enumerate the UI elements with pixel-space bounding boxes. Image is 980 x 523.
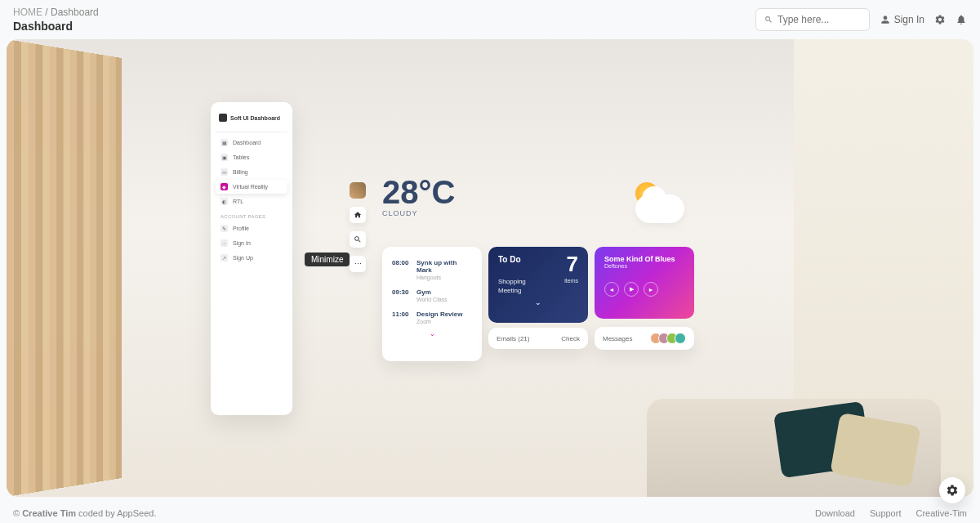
- sidebar-item-dashboard[interactable]: ▦Dashboard: [216, 136, 287, 150]
- weather-illustration: [619, 182, 684, 223]
- todo-count: 7: [567, 252, 578, 277]
- breadcrumb: HOME / Dashboard: [13, 7, 755, 18]
- ellipsis-icon: ⋯: [354, 260, 362, 268]
- footer-brand[interactable]: Creative Tim: [22, 508, 76, 518]
- app-sidebar: Soft UI Dashboard ▦Dashboard ▣Tables ▭Bi…: [211, 102, 292, 415]
- sidebar-item-rtl[interactable]: ◐RTL: [216, 194, 287, 208]
- home-button[interactable]: [350, 207, 366, 223]
- cloud-icon: [635, 194, 684, 223]
- sidebar-item-billing[interactable]: ▭Billing: [216, 165, 287, 179]
- billing-icon: ▭: [220, 168, 228, 176]
- search-input[interactable]: [777, 14, 861, 25]
- settings-fab[interactable]: [939, 477, 965, 503]
- search-icon: [764, 15, 773, 25]
- search-icon: [354, 235, 362, 244]
- messages-card[interactable]: Messages: [595, 327, 694, 350]
- avatar[interactable]: [675, 333, 686, 344]
- sidebar-item-signin[interactable]: →Sign In: [216, 236, 287, 250]
- weather-widget: 28°C CLOUDY: [382, 174, 455, 217]
- tables-icon: ▣: [220, 154, 228, 161]
- footer-link-creative-tim[interactable]: Creative-Tim: [915, 508, 967, 518]
- sidebar-item-virtual-reality[interactable]: ◆Virtual Reality: [216, 180, 287, 194]
- app-logo: [219, 114, 227, 122]
- section-label: ACCOUNT PAGES: [216, 209, 287, 221]
- sidebar-item-tables[interactable]: ▣Tables: [216, 150, 287, 164]
- chevron-down-icon[interactable]: ⌄: [498, 298, 578, 306]
- hero-background: Soft UI Dashboard ▦Dashboard ▣Tables ▭Bi…: [7, 39, 973, 497]
- avatar-group: [653, 333, 686, 344]
- music-card: Some Kind Of Blues Deftones ◄ ▶ ►: [595, 247, 694, 319]
- schedule-card: 08:00 Synk up with MarkHangouts 09:30 Gy…: [382, 247, 482, 361]
- schedule-item[interactable]: 08:00 Synk up with MarkHangouts: [392, 255, 472, 284]
- play-button[interactable]: ▶: [624, 282, 639, 297]
- next-button[interactable]: ►: [644, 282, 658, 297]
- sidebar-item-signup[interactable]: ↗Sign Up: [216, 251, 287, 265]
- search-button[interactable]: [350, 231, 366, 248]
- footer-link-support[interactable]: Support: [870, 508, 902, 518]
- signin-link[interactable]: Sign In: [880, 14, 924, 25]
- minimize-button[interactable]: ⋯: [350, 256, 366, 272]
- search-box[interactable]: [755, 8, 870, 31]
- footer-link-download[interactable]: Download: [815, 508, 855, 518]
- footer: © Creative Tim coded by AppSeed. Downloa…: [0, 503, 980, 523]
- prev-button[interactable]: ◄: [604, 282, 619, 297]
- temperature: 28°C: [382, 174, 455, 211]
- todo-card[interactable]: To Do 7 items Shopping Meeting ⌄: [488, 247, 588, 323]
- home-icon: [354, 211, 362, 219]
- schedule-item[interactable]: 09:30 GymWorld Class: [392, 284, 472, 306]
- rtl-icon: ◐: [220, 198, 228, 205]
- dashboard-icon: ▦: [220, 139, 228, 146]
- signup-icon: ↗: [220, 254, 228, 262]
- chevron-down-icon[interactable]: ⌄: [392, 330, 472, 337]
- sidebar-item-profile[interactable]: ✎Profile: [216, 221, 287, 235]
- user-icon: [880, 14, 891, 25]
- breadcrumb-home[interactable]: HOME: [13, 7, 42, 18]
- vr-icon: ◆: [220, 183, 228, 190]
- avatar[interactable]: [350, 182, 366, 199]
- profile-icon: ✎: [220, 225, 228, 232]
- signin-icon: →: [220, 239, 228, 247]
- breadcrumb-current: Dashboard: [51, 7, 99, 18]
- bell-icon[interactable]: [956, 14, 967, 25]
- gear-icon: [946, 484, 959, 497]
- topbar: HOME / Dashboard Dashboard Sign In: [0, 0, 980, 39]
- page-title: Dashboard: [13, 20, 755, 33]
- schedule-item[interactable]: 11:00 Design ReviewZoom: [392, 306, 472, 329]
- minimize-tooltip: Minimize: [305, 253, 350, 266]
- app-title: Soft UI Dashboard: [230, 115, 280, 121]
- check-link[interactable]: Check: [561, 335, 580, 342]
- gear-icon[interactable]: [934, 14, 946, 25]
- emails-card[interactable]: Emails (21) Check: [488, 328, 588, 349]
